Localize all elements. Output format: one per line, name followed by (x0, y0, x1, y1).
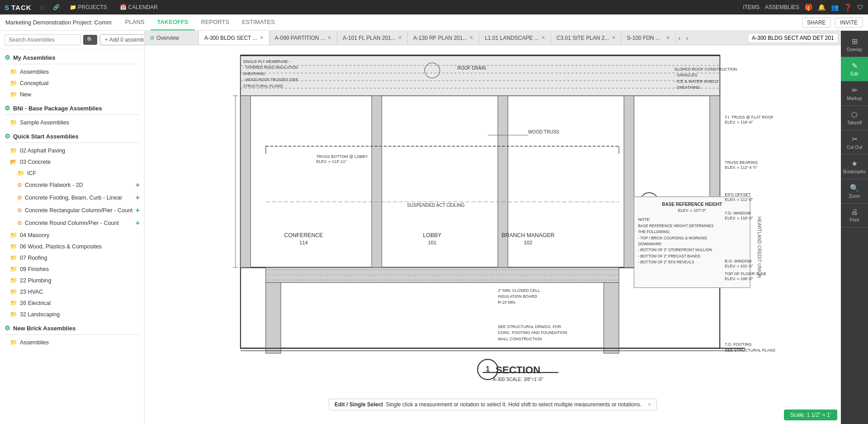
sidebar-item-concrete-flatwork[interactable]: ⚙ Concrete Flatwork - 2D + (0, 179, 144, 191)
section-quick-start[interactable]: ⚙ Quick Start Assemblies (0, 128, 144, 142)
tabs-bar: ⊞ Overview A-300 BLDG SECT ... ✕ A-099 P… (145, 31, 841, 45)
top-nav: STACK ⊡ 🔗 📁 PROJECTS 📅 CALENDAR ITEMS AS… (0, 0, 868, 14)
add-assembly-icon[interactable]: + (136, 194, 140, 202)
tab-a130[interactable]: A-130 RF PLAN 201... ✕ (408, 31, 479, 45)
section-new-brick[interactable]: ⚙ New Brick Assemblies (0, 320, 144, 333)
sidebar-item-26-electrical[interactable]: 📁 26 Electrical (0, 297, 144, 309)
sidebar-item-conceptual[interactable]: 📁 Conceptual (0, 77, 144, 89)
nav-divider1: ⊡ (40, 4, 45, 11)
sidebar-item-32-landscaping[interactable]: 📁 32 Landscaping (0, 309, 144, 320)
tab-overview[interactable]: ⊞ Overview (145, 31, 199, 45)
svg-text:- BOTTOM OF 2" STOREFRONT MULL: - BOTTOM OF 2" STOREFRONT MULLION (638, 248, 712, 252)
tab-l101[interactable]: L1.01 LANDSCAPE ... ✕ (479, 31, 551, 45)
tab-close-s100[interactable]: ✕ (666, 35, 670, 41)
svg-text:ELEV. = 100'-0": ELEV. = 100'-0" (725, 276, 753, 281)
tab-url-input[interactable] (748, 33, 838, 43)
cutout-icon: ✂ (852, 135, 858, 143)
assemblies-label[interactable]: ASSEMBLIES (765, 4, 799, 10)
users-icon[interactable]: 👥 (831, 4, 839, 11)
sidebar-item-icf[interactable]: 📁 ICF (0, 167, 144, 179)
invite-button[interactable]: INVITE (835, 18, 863, 28)
cutout-button[interactable]: ✂ Cut Out (841, 130, 868, 155)
overlay-icon: ⊞ (852, 37, 858, 46)
section-bni-base[interactable]: ⚙ BNi - Base Package Assemblies (0, 100, 144, 114)
tab-a300[interactable]: A-300 BLDG SECT ... ✕ (199, 31, 269, 45)
search-button[interactable]: 🔍 (83, 35, 97, 45)
takeoff-button[interactable]: ⬡ Takeoff (841, 106, 868, 130)
items-label[interactable]: ITEMS (743, 4, 760, 10)
edit-button[interactable]: ✎ Edit (841, 57, 868, 81)
search-input[interactable] (5, 34, 80, 45)
svg-text:THE FOLLOWING:: THE FOLLOWING: (638, 229, 670, 234)
svg-text:A-300  SCALE: 3/8"=1'-0": A-300 SCALE: 3/8"=1'-0" (493, 377, 543, 382)
tab-close-a300[interactable]: ✕ (259, 35, 264, 41)
app-logo: STACK (5, 4, 32, 11)
blueprint-area: CONFERENCE 114 LOBBY 101 BRANCH MANAGER … (145, 45, 841, 424)
sidebar-item-06-wood[interactable]: 📁 06 Wood, Plastics & Composites (0, 241, 144, 252)
quick-start-icon: ⚙ (5, 133, 10, 140)
overlay-button[interactable]: ⊞ Overlay (841, 33, 868, 57)
sidebar-item-concrete-footing[interactable]: ⚙ Concrete Footing, Beam, Curb - Linear … (0, 191, 144, 204)
calendar-button[interactable]: 📅 CALENDAR (117, 3, 160, 11)
sidebar-item-07-roofing[interactable]: 📁 07 Roofing (0, 252, 144, 263)
bell-icon[interactable]: 🔔 (818, 4, 826, 11)
shield-icon[interactable]: 🛡 (857, 4, 863, 11)
sidebar-item-new-brick-assemblies[interactable]: 📁 Assemblies (0, 337, 144, 348)
tab-a101[interactable]: A-101 FL PLAN 201... ✕ (337, 31, 408, 45)
tab-plans[interactable]: PLANS (119, 14, 151, 30)
sidebar-item-03-concrete[interactable]: 📂 03 Concrete (0, 156, 144, 167)
gift-icon[interactable]: 🎁 (805, 4, 812, 11)
tab-a099[interactable]: A-099 PARTITION ... ✕ (269, 31, 338, 45)
section-my-assemblies[interactable]: ⚙ My Assemblies (0, 49, 144, 63)
tabs-scroll-left[interactable]: ‹ (676, 34, 684, 42)
svg-text:NOTE:: NOTE: (638, 217, 650, 222)
share-button[interactable]: SHARE (802, 18, 830, 28)
scale-badge[interactable]: Scale: 1 1/2" = 1' (784, 410, 837, 420)
tab-c301[interactable]: C3.01 SITE PLAN 2... ✕ (551, 31, 622, 45)
tab-takeoffs[interactable]: TAKEOFFS (151, 14, 194, 30)
markup-button[interactable]: ✏ Markup (841, 81, 868, 106)
print-button[interactable]: 🖨 Print (841, 204, 868, 228)
question-icon[interactable]: ❓ (844, 4, 852, 11)
svg-text:T.O. FOOTING: T.O. FOOTING (725, 342, 751, 347)
tab-estimates[interactable]: ESTIMATES (236, 14, 281, 30)
svg-text:102: 102 (524, 240, 533, 245)
add-assembly-icon[interactable]: + (136, 219, 140, 227)
add-assembly-icon[interactable]: + (136, 181, 140, 189)
bookmarks-button[interactable]: ★ Bookmarks (841, 155, 868, 179)
sidebar-item-04-masonry[interactable]: 📁 04 Masonry (0, 229, 144, 241)
tab-close-c301[interactable]: ✕ (612, 35, 616, 41)
assembly-icon: ⚙ (17, 195, 22, 201)
sidebar-item-sample[interactable]: 📁 Sample Assemblies (0, 117, 144, 128)
sidebar-search-bar: 🔍 + Add 0 assemblies (0, 31, 144, 49)
sidebar-item-09-finishes[interactable]: 📁 09 Finishes (0, 263, 144, 275)
sidebar-item-02-asphalt[interactable]: 📁 02 Asphalt Paving (0, 145, 144, 156)
sidebar-item-assemblies[interactable]: 📁 Assemblies (0, 66, 144, 77)
svg-text:ELEV. = 110'-0": ELEV. = 110'-0" (725, 216, 753, 220)
assembly-icon: ⚙ (17, 182, 22, 188)
sidebar-item-23-hvac[interactable]: 📁 23 HVAC (0, 286, 144, 297)
folder-icon: 📁 (10, 91, 17, 98)
sidebar-item-22-plumbing[interactable]: 📁 22 Plumbing (0, 275, 144, 286)
tab-reports[interactable]: REPORTS (195, 14, 236, 30)
zoom-button[interactable]: 🔍 Zoom (841, 179, 868, 204)
add-assemblies-button[interactable]: + Add 0 assemblies (100, 34, 145, 45)
folder-icon: 📁 (17, 170, 24, 176)
add-assembly-icon[interactable]: + (136, 206, 140, 214)
svg-text:CONC. FOOTING AND FOUNDATION: CONC. FOOTING AND FOUNDATION (498, 330, 567, 335)
tab-close-a130[interactable]: ✕ (469, 35, 473, 41)
sidebar-item-concrete-rect[interactable]: ⚙ Concrete Rectangular Column/Pier - Cou… (0, 204, 144, 217)
plan-canvas[interactable]: CONFERENCE 114 LOBBY 101 BRANCH MANAGER … (145, 45, 841, 424)
sidebar-item-concrete-round[interactable]: ⚙ Concrete Round Column/Pier - Count + (0, 217, 144, 229)
tab-close-a099[interactable]: ✕ (327, 35, 331, 41)
tab-close-a101[interactable]: ✕ (398, 35, 402, 41)
tooltip-close[interactable]: × (648, 401, 651, 408)
folder-icon: 📁 (10, 277, 17, 284)
tab-s100[interactable]: S-100 FDN ... ✕ (622, 31, 676, 45)
sidebar-item-new[interactable]: 📁 New (0, 89, 144, 100)
projects-button[interactable]: 📁 PROJECTS (67, 3, 110, 11)
tab-close-l101[interactable]: ✕ (541, 35, 545, 41)
tabs-scroll-right[interactable]: › (683, 34, 691, 42)
bookmarks-icon: ★ (851, 159, 858, 168)
folder-icon: 📁 (10, 243, 17, 250)
